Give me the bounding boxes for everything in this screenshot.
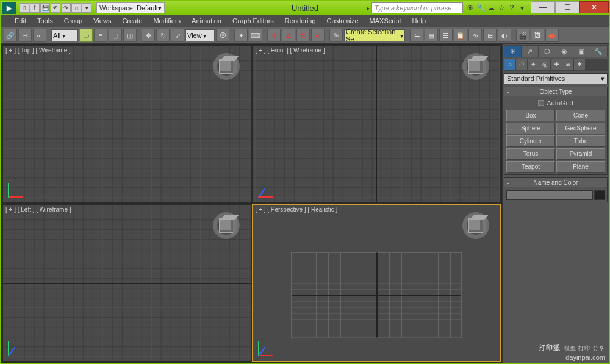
menu-animation[interactable]: Animation xyxy=(192,17,221,24)
open-icon[interactable]: ⤒ xyxy=(30,3,40,13)
rect-region-icon[interactable]: ▢ xyxy=(109,29,122,42)
create-tab-icon[interactable]: ✳ xyxy=(504,46,521,57)
render-setup-icon[interactable]: 🎬 xyxy=(516,29,529,42)
menu-maxscript[interactable]: MAXScript xyxy=(370,17,401,24)
render-icon[interactable]: 🫖 xyxy=(545,29,559,42)
search-input[interactable]: Type a keyword or phrase xyxy=(371,2,463,13)
minimize-button[interactable]: — xyxy=(531,1,555,13)
manipulate-icon[interactable]: ✦ xyxy=(234,29,248,42)
search-chevron-icon[interactable]: ▸ xyxy=(367,4,370,12)
save-icon[interactable]: 💾 xyxy=(40,3,50,13)
sphere-button[interactable]: Sphere xyxy=(506,123,555,134)
lights-cat-icon[interactable]: ✦ xyxy=(528,59,539,70)
cloud-icon[interactable]: ☁ xyxy=(486,3,496,13)
angle-snap-icon[interactable]: ∠ xyxy=(282,29,295,42)
object-type-header[interactable]: Object Type xyxy=(504,87,608,96)
menu-tools[interactable]: Tools xyxy=(37,17,53,24)
select-tool-icon[interactable]: ▭ xyxy=(79,29,93,42)
more-icon[interactable]: ▾ xyxy=(82,3,92,13)
modify-tab-icon[interactable]: ↗ xyxy=(522,46,538,57)
geosphere-button[interactable]: GeoSphere xyxy=(556,123,605,134)
utilities-tab-icon[interactable]: 🔧 xyxy=(590,46,607,57)
window-crossing-icon[interactable]: ◫ xyxy=(123,29,137,42)
workspace-selector[interactable]: Workspace: Default ▾ xyxy=(96,2,165,13)
shapes-cat-icon[interactable]: ◠ xyxy=(516,59,527,70)
spinner-snap-icon[interactable]: ⊙ xyxy=(311,29,325,42)
motion-tab-icon[interactable]: ◉ xyxy=(556,46,573,57)
autogrid-row[interactable]: AutoGrid xyxy=(506,98,605,108)
move-tool-icon[interactable]: ✥ xyxy=(142,29,155,42)
menu-customize[interactable]: Customize xyxy=(327,17,359,24)
viewport-front[interactable]: [ + ] [ Front ] [ Wireframe ] xyxy=(253,45,501,203)
cylinder-button[interactable]: Cylinder xyxy=(506,135,555,147)
edit-named-sel-icon[interactable]: ✎ xyxy=(329,29,343,42)
undo-icon[interactable]: ↶ xyxy=(51,3,60,13)
viewport-front-label[interactable]: [ + ] [ Front ] [ Wireframe ] xyxy=(256,47,325,54)
star-icon[interactable]: ☆ xyxy=(497,3,506,13)
menu-graph-editors[interactable]: Graph Editors xyxy=(232,17,274,24)
viewcube-icon[interactable] xyxy=(213,53,240,80)
object-color-swatch[interactable] xyxy=(594,190,605,200)
menu-edit[interactable]: Edit xyxy=(15,17,26,24)
dropdown-icon[interactable]: ▾ xyxy=(517,3,527,13)
spacewarps-cat-icon[interactable]: ≋ xyxy=(562,59,573,70)
box-button[interactable]: Box xyxy=(506,110,555,121)
viewport-left-label[interactable]: [ + ] [ Left ] [ Wireframe ] xyxy=(5,206,71,213)
close-button[interactable]: ✕ xyxy=(580,1,609,13)
helpers-cat-icon[interactable]: ✚ xyxy=(551,59,562,70)
named-sel-select[interactable]: Create Selection Se▾ xyxy=(344,29,405,41)
new-icon[interactable]: ▯ xyxy=(20,3,29,13)
redo-icon[interactable]: ↷ xyxy=(61,3,71,13)
viewport-top-label[interactable]: [ + ] [ Top ] [ Wireframe ] xyxy=(5,47,71,54)
viewport-left[interactable]: [ + ] [ Left ] [ Wireframe ] xyxy=(2,204,251,362)
link-icon[interactable]: ⎌ xyxy=(71,3,81,13)
app-logo-icon[interactable]: ▶ xyxy=(2,2,16,14)
rotate-tool-icon[interactable]: ↻ xyxy=(156,29,170,42)
pivot-icon[interactable]: ⦿ xyxy=(216,29,229,42)
curve-editor-icon[interactable]: ∿ xyxy=(468,29,482,42)
torus-button[interactable]: Torus xyxy=(506,148,555,160)
pyramid-button[interactable]: Pyramid xyxy=(556,148,605,160)
align-icon[interactable]: ▤ xyxy=(425,29,438,42)
key-icon[interactable]: 🔧 xyxy=(476,3,486,13)
menu-help[interactable]: Help xyxy=(412,17,426,24)
filter-select[interactable]: All ▾ xyxy=(51,29,78,41)
viewport-top[interactable]: [ + ] [ Top ] [ Wireframe ] xyxy=(2,45,251,203)
menu-rendering[interactable]: Rendering xyxy=(285,17,316,24)
name-color-header[interactable]: Name and Color xyxy=(504,177,608,187)
select-by-name-icon[interactable]: ≡ xyxy=(94,29,107,42)
layer-manager-icon[interactable]: 📋 xyxy=(454,29,467,42)
help-icon[interactable]: ? xyxy=(507,3,517,13)
primitive-type-select[interactable]: Standard Primitives ▾ xyxy=(504,73,608,84)
hierarchy-tab-icon[interactable]: ⬡ xyxy=(539,46,555,57)
viewcube-icon[interactable] xyxy=(462,212,489,239)
scale-tool-icon[interactable]: ⤢ xyxy=(171,29,184,42)
menu-group[interactable]: Group xyxy=(64,17,83,24)
menu-create[interactable]: Create xyxy=(122,17,142,24)
teapot-button[interactable]: Teapot xyxy=(506,161,555,173)
bind-tool-icon[interactable]: ∞ xyxy=(33,29,46,42)
ref-coord-select[interactable]: View ▾ xyxy=(185,29,215,41)
mirror-icon[interactable]: ⇋ xyxy=(410,29,423,42)
viewcube-icon[interactable] xyxy=(462,53,489,80)
percent-snap-icon[interactable]: % xyxy=(296,29,310,42)
geometry-cat-icon[interactable]: ○ xyxy=(504,59,515,70)
object-name-input[interactable] xyxy=(506,190,593,200)
menu-views[interactable]: Views xyxy=(93,17,111,24)
tube-button[interactable]: Tube xyxy=(556,135,605,147)
keyboard-shortcut-icon[interactable]: ⌨ xyxy=(249,29,262,42)
snap-2d-icon[interactable]: 3 xyxy=(267,29,281,42)
display-tab-icon[interactable]: ▣ xyxy=(573,46,590,57)
cameras-cat-icon[interactable]: ◎ xyxy=(539,59,550,70)
viewport-perspective[interactable]: [ + ] [ Perspective ] [ Realistic ] xyxy=(253,204,501,362)
systems-cat-icon[interactable]: ✱ xyxy=(574,59,585,70)
material-editor-icon[interactable]: ◐ xyxy=(498,29,511,42)
viewport-persp-label[interactable]: [ + ] [ Perspective ] [ Realistic ] xyxy=(256,206,338,213)
link-tool-icon[interactable]: 🔗 xyxy=(4,29,17,42)
autogrid-checkbox[interactable] xyxy=(538,100,544,106)
layers-icon[interactable]: ☰ xyxy=(439,29,453,42)
maximize-button[interactable]: ☐ xyxy=(555,1,580,13)
viewcube-icon[interactable] xyxy=(213,212,240,239)
binoculars-icon[interactable]: 👁 xyxy=(465,3,475,13)
plane-button[interactable]: Plane xyxy=(556,161,605,173)
